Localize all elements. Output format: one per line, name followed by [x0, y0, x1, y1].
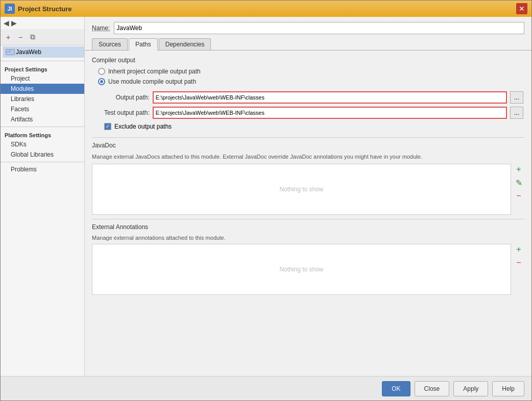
javadoc-description: Manage external JavaDocs attached to thi… — [92, 153, 524, 161]
bottom-bar: OK Close Apply Help — [1, 376, 531, 400]
exclude-checkbox[interactable] — [104, 123, 111, 130]
app-icon: JI — [5, 4, 15, 14]
sidebar-item-libraries[interactable]: Libraries — [1, 94, 84, 104]
test-output-path-browse-button[interactable]: ... — [510, 107, 523, 119]
output-path-input[interactable] — [153, 91, 507, 104]
exclude-checkbox-row: Exclude output paths — [104, 123, 524, 130]
name-label: Name: — [92, 24, 110, 32]
ext-annotations-section-label: External Annotations — [92, 223, 524, 231]
tab-sources[interactable]: Sources — [92, 38, 128, 50]
path-grid: Output path: ... Test output path: ... — [104, 91, 524, 119]
ext-remove-button[interactable]: − — [513, 257, 524, 268]
exclude-label: Exclude output paths — [114, 123, 172, 130]
close-window-button[interactable]: ✕ — [516, 3, 527, 14]
sidebar: ◀ ▶ + − ⧉ JavaWeb Project Settin — [1, 17, 85, 376]
sidebar-item-global-libraries[interactable]: Global Libraries — [1, 149, 84, 160]
module-list: JavaWeb — [1, 45, 84, 59]
help-button[interactable]: Help — [492, 381, 524, 396]
title-bar-left: JI Project Structure — [5, 4, 71, 14]
copy-module-button[interactable]: ⧉ — [27, 32, 38, 43]
sidebar-divider-3 — [1, 162, 84, 162]
ext-annotations-list-actions: + − — [513, 244, 524, 295]
ext-add-button[interactable]: + — [513, 244, 524, 255]
sidebar-item-modules[interactable]: Modules — [1, 84, 84, 94]
javadoc-section-label: JavaDoc — [92, 142, 524, 149]
sidebar-item-sdks[interactable]: SDKs — [1, 139, 84, 149]
tab-content-paths: Compiler output Inherit project compile … — [85, 51, 531, 376]
project-settings-label: Project Settings — [1, 63, 84, 73]
title-bar: JI Project Structure ✕ — [1, 1, 531, 17]
content-area: ◀ ▶ + − ⧉ JavaWeb Project Settin — [1, 17, 531, 376]
sidebar-item-problems[interactable]: Problems — [1, 164, 84, 174]
javadoc-add-button[interactable]: + — [513, 164, 524, 175]
section-divider-ext — [92, 219, 524, 219]
apply-button[interactable]: Apply — [453, 381, 488, 396]
name-row: Name: — [85, 17, 531, 38]
tabs-bar: Sources Paths Dependencies — [85, 38, 531, 51]
sidebar-divider-2 — [1, 127, 84, 127]
radio-inherit-label: Inherit project compile output path — [108, 68, 201, 75]
radio-row-use-module[interactable]: Use module compile output path — [98, 78, 524, 85]
radio-use-module-label: Use module compile output path — [108, 78, 196, 85]
nav-arrows: ◀ ▶ — [1, 17, 84, 29]
sidebar-item-artifacts[interactable]: Artifacts — [1, 114, 84, 124]
sidebar-item-facets[interactable]: Facets — [1, 104, 84, 114]
module-folder-icon — [6, 48, 14, 56]
radio-inherit[interactable] — [98, 68, 105, 75]
remove-module-button[interactable]: − — [15, 32, 26, 43]
tab-dependencies[interactable]: Dependencies — [159, 38, 211, 50]
radio-use-module[interactable] — [98, 78, 105, 85]
sidebar-toolbar: + − ⧉ — [1, 29, 84, 45]
close-button[interactable]: Close — [415, 381, 450, 396]
ok-button[interactable]: OK — [382, 381, 410, 396]
tab-paths[interactable]: Paths — [129, 38, 158, 51]
ext-annotations-placeholder: Nothing to show — [279, 266, 323, 273]
javadoc-edit-button[interactable]: ✎ — [513, 177, 524, 188]
javadoc-list-box: Nothing to show — [92, 164, 511, 215]
name-input[interactable] — [114, 22, 524, 34]
add-module-button[interactable]: + — [3, 32, 14, 43]
javadoc-placeholder: Nothing to show — [279, 186, 323, 193]
ext-annotations-list-box: Nothing to show — [92, 244, 511, 295]
back-button[interactable]: ◀ — [4, 19, 9, 27]
ext-annotations-description: Manage external annotations attached to … — [92, 235, 524, 241]
module-item-label: JavaWeb — [16, 48, 41, 56]
module-item-javaweb[interactable]: JavaWeb — [3, 46, 84, 58]
compiler-output-label: Compiler output — [92, 57, 524, 64]
ext-annotations-list-area: Nothing to show + − — [92, 244, 524, 295]
project-structure-window: JI Project Structure ✕ ◀ ▶ + − ⧉ — [0, 0, 532, 401]
radio-row-inherit[interactable]: Inherit project compile output path — [98, 68, 524, 75]
platform-settings-label: Platform Settings — [1, 129, 84, 139]
javadoc-list-actions: + ✎ − — [513, 164, 524, 215]
main-panel: Name: Sources Paths Dependencies Compile… — [85, 17, 531, 376]
section-divider-javadoc — [92, 137, 524, 138]
sidebar-divider-1 — [1, 61, 84, 61]
window-title: Project Structure — [18, 5, 71, 13]
test-output-path-input[interactable] — [153, 107, 507, 119]
output-path-label: Output path: — [104, 94, 150, 101]
forward-button[interactable]: ▶ — [11, 19, 17, 27]
javadoc-list-area: Nothing to show + ✎ − — [92, 164, 524, 215]
sidebar-item-project[interactable]: Project — [1, 73, 84, 84]
javadoc-remove-button[interactable]: − — [513, 190, 524, 202]
radio-group: Inherit project compile output path Use … — [98, 68, 524, 85]
test-output-path-label: Test output path: — [104, 109, 150, 116]
output-path-browse-button[interactable]: ... — [510, 91, 523, 104]
